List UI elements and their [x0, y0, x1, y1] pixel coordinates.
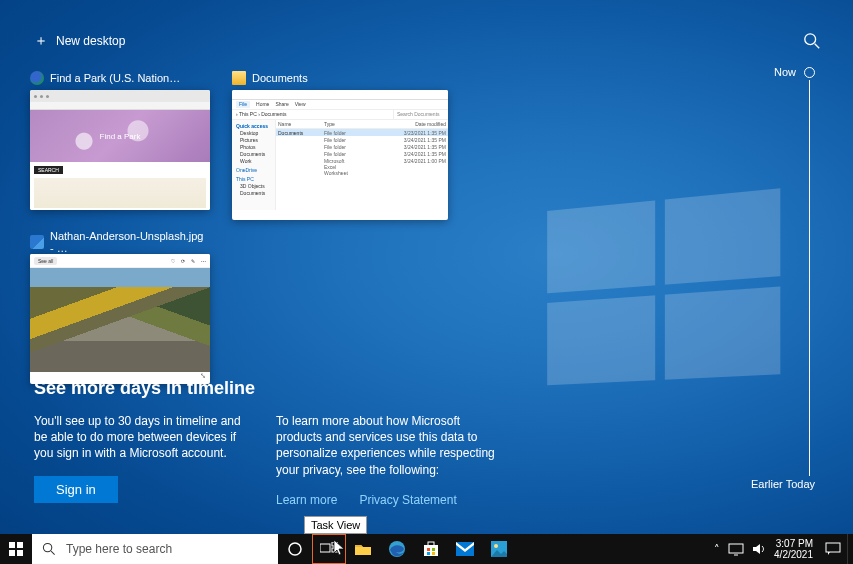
- privacy-link[interactable]: Privacy Statement: [359, 492, 456, 508]
- svg-rect-9: [320, 544, 330, 552]
- svg-point-6: [43, 543, 51, 551]
- taskbar-app-explorer[interactable]: [346, 534, 380, 564]
- cortana-icon: [287, 541, 303, 557]
- folder-icon: [232, 71, 246, 85]
- taskbar-app-photos[interactable]: [482, 534, 516, 564]
- photos-icon: [491, 541, 507, 557]
- promo-text-2: To learn more about how Microsoft produc…: [276, 413, 496, 478]
- window-thumb-preview: See all ♡⟳✎⋯ ⤡: [30, 254, 210, 384]
- promo-heading: See more days in timeline: [34, 378, 793, 399]
- photos-icon: [30, 235, 44, 249]
- svg-point-0: [805, 34, 816, 45]
- taskview-tooltip: Task View: [304, 516, 367, 534]
- cortana-button[interactable]: [278, 534, 312, 564]
- taskbar-time: 3:07 PM: [776, 538, 813, 549]
- svg-rect-18: [432, 552, 435, 555]
- promo-text-1: You'll see up to 30 days in timeline and…: [34, 413, 254, 462]
- explorer-search-placeholder: Search Documents: [393, 110, 448, 119]
- taskbar-clock[interactable]: 3:07 PM 4/2/2021: [768, 534, 819, 564]
- svg-rect-5: [17, 550, 23, 556]
- mail-icon: [456, 542, 474, 556]
- taskbar-app-store[interactable]: [414, 534, 448, 564]
- edge-icon: [30, 71, 44, 85]
- svg-rect-10: [332, 542, 338, 546]
- svg-rect-24: [826, 543, 840, 552]
- learn-more-link[interactable]: Learn more: [276, 492, 337, 508]
- folder-icon: [354, 542, 372, 556]
- show-desktop-button[interactable]: [847, 534, 853, 564]
- svg-rect-17: [427, 552, 430, 555]
- window-thumb-photos[interactable]: Nathan-Anderson-Unsplash.jpg - … See all…: [30, 234, 210, 384]
- search-icon: [803, 32, 821, 50]
- windows-logo-background: [547, 188, 780, 385]
- timeline-search-button[interactable]: [803, 32, 821, 50]
- start-button[interactable]: [0, 534, 32, 564]
- store-icon: [423, 541, 439, 557]
- window-thumb-edge[interactable]: Find a Park (U.S. Nation… Find a Park SE…: [30, 70, 210, 220]
- taskbar-app-mail[interactable]: [448, 534, 482, 564]
- taskbar-app-edge[interactable]: [380, 534, 414, 564]
- svg-rect-15: [427, 548, 430, 551]
- svg-rect-11: [332, 548, 338, 552]
- window-thumb-title: Documents: [252, 72, 308, 84]
- network-icon[interactable]: [728, 542, 744, 556]
- new-desktop-label: New desktop: [56, 34, 125, 48]
- taskbar-search-placeholder: Type here to search: [66, 542, 172, 556]
- timeline-promo: See more days in timeline You'll see up …: [34, 378, 793, 508]
- volume-icon[interactable]: [752, 542, 766, 556]
- taskbar-search[interactable]: Type here to search: [32, 534, 278, 564]
- task-view-icon: [320, 542, 338, 556]
- svg-rect-3: [17, 542, 23, 548]
- svg-point-21: [494, 544, 498, 548]
- svg-rect-2: [9, 542, 15, 548]
- timeline-now-label: Now: [774, 66, 796, 78]
- search-icon: [42, 542, 56, 556]
- sign-in-button[interactable]: Sign in: [34, 476, 118, 503]
- svg-rect-13: [424, 545, 438, 556]
- window-thumb-title: Nathan-Anderson-Unsplash.jpg - …: [50, 230, 210, 254]
- plus-icon: ＋: [34, 32, 48, 50]
- svg-line-7: [51, 551, 55, 555]
- edge-hero-button: SEARCH: [34, 166, 63, 174]
- windows-icon: [9, 542, 23, 556]
- taskbar: Type here to search ˄ 3:07 P: [0, 534, 853, 564]
- svg-rect-16: [432, 548, 435, 551]
- svg-rect-4: [9, 550, 15, 556]
- edge-hero-text: Find a Park: [100, 132, 141, 141]
- task-view-button[interactable]: [312, 534, 346, 564]
- svg-line-1: [815, 44, 820, 49]
- action-center-button[interactable]: [819, 534, 847, 564]
- window-thumb-title: Find a Park (U.S. Nation…: [50, 72, 180, 84]
- window-thumb-preview: File Home Share View › This PC › Documen…: [232, 90, 448, 220]
- edge-icon: [388, 540, 406, 558]
- new-desktop-button[interactable]: ＋ New desktop: [34, 32, 125, 50]
- timeline-line[interactable]: [809, 80, 810, 476]
- taskbar-date: 4/2/2021: [774, 549, 813, 560]
- window-thumb-explorer[interactable]: Documents File Home Share View › This PC…: [232, 70, 448, 220]
- timeline-now-dot[interactable]: [804, 67, 815, 78]
- window-thumb-preview: Find a Park SEARCH: [30, 90, 210, 210]
- svg-point-8: [289, 543, 301, 555]
- svg-rect-22: [729, 544, 743, 553]
- action-center-icon: [825, 542, 841, 556]
- tray-overflow-button[interactable]: ˄: [714, 543, 720, 556]
